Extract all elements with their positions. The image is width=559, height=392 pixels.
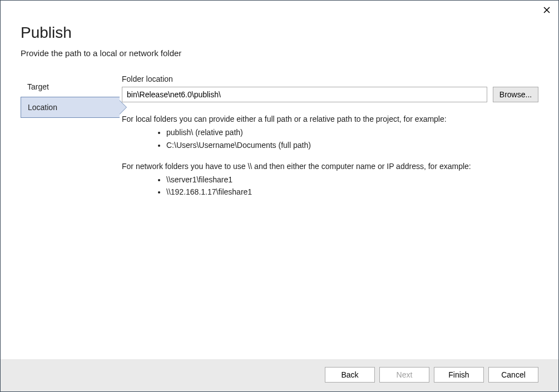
list-item: \\192.168.1.17\fileshare1 [166, 186, 538, 197]
dialog-header: Publish Provide the path to a local or n… [1, 17, 558, 63]
wizard-sidebar: Target Location [21, 75, 120, 359]
folder-location-label: Folder location [122, 75, 538, 83]
cancel-button[interactable]: Cancel [488, 367, 538, 383]
main-area: Target Location Folder location Browse..… [1, 63, 558, 359]
finish-button[interactable]: Finish [434, 367, 484, 383]
help-network-intro: For network folders you have to use \\ a… [122, 161, 538, 172]
dialog-footer: Back Next Finish Cancel [1, 359, 558, 391]
page-title: Publish [21, 24, 538, 42]
sidebar-item-location[interactable]: Location [21, 97, 120, 118]
folder-input-row: Browse... [122, 87, 538, 102]
list-item: \\server1\fileshare1 [166, 174, 538, 185]
list-item: publish\ (relative path) [166, 127, 538, 138]
help-local-intro: For local folders you can provide either… [122, 113, 538, 125]
page-subtitle: Provide the path to a local or network f… [21, 48, 538, 58]
folder-location-input[interactable] [122, 87, 487, 102]
sidebar-item-label: Location [28, 103, 57, 112]
sidebar-item-label: Target [27, 82, 49, 91]
next-button: Next [379, 367, 429, 383]
content-panel: Folder location Browse... For local fold… [120, 75, 538, 359]
back-button[interactable]: Back [325, 367, 375, 383]
help-network-list: \\server1\fileshare1 \\192.168.1.17\file… [166, 174, 538, 198]
titlebar [1, 1, 558, 17]
help-text: For local folders you can provide either… [122, 113, 538, 198]
help-local-list: publish\ (relative path) C:\Users\Userna… [166, 127, 538, 151]
list-item: C:\Users\Username\Documents (full path) [166, 140, 538, 151]
browse-button[interactable]: Browse... [493, 87, 538, 102]
close-icon[interactable] [542, 5, 552, 15]
sidebar-item-target[interactable]: Target [21, 77, 120, 97]
